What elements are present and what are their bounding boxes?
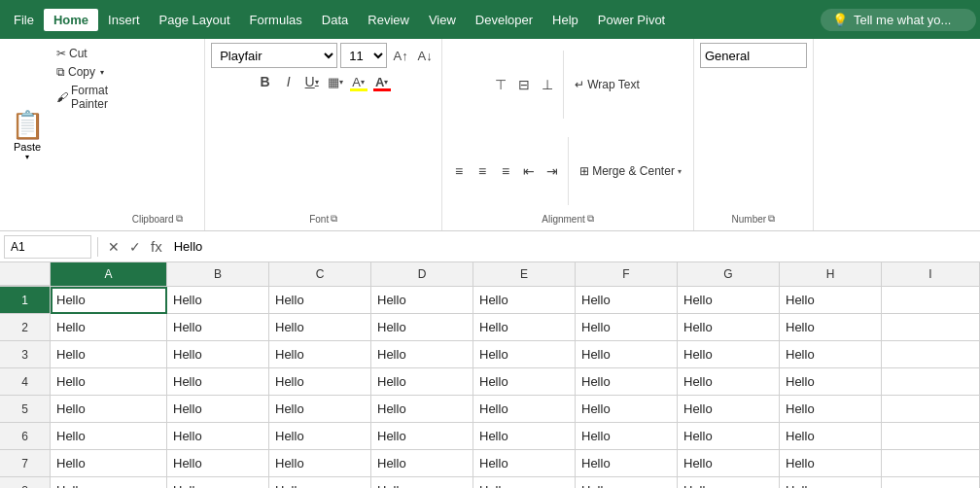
cell-c1[interactable]: Hello xyxy=(269,287,371,314)
cell-f5[interactable]: Hello xyxy=(576,396,678,423)
cell-a6[interactable]: Hello xyxy=(51,423,167,450)
col-header-e[interactable]: E xyxy=(473,262,576,286)
cell-h4[interactable]: Hello xyxy=(780,368,882,396)
cell-c8[interactable]: Hello xyxy=(269,477,371,488)
middle-align-button[interactable]: ⊟ xyxy=(513,74,535,95)
cut-button[interactable]: ✂ Cut xyxy=(52,45,112,62)
insert-function-button[interactable]: fx xyxy=(147,238,166,255)
cell-e2[interactable]: Hello xyxy=(473,314,576,341)
cell-d8[interactable]: Hello xyxy=(371,477,473,488)
bottom-align-button[interactable]: ⊥ xyxy=(537,74,558,95)
cell-i2[interactable] xyxy=(882,314,980,341)
menu-power-pivot[interactable]: Power Pivot xyxy=(588,9,675,31)
decrease-indent-button[interactable]: ⇤ xyxy=(518,160,540,182)
paste-button[interactable]: 📋 Paste ▾ xyxy=(2,43,52,227)
cell-d2[interactable]: Hello xyxy=(371,314,473,341)
cell-c6[interactable]: Hello xyxy=(269,423,371,450)
row-num-5[interactable]: 5 xyxy=(0,396,50,423)
cell-h1[interactable]: Hello xyxy=(780,287,882,314)
cell-g5[interactable]: Hello xyxy=(678,396,780,423)
cell-b6[interactable]: Hello xyxy=(167,423,269,450)
cell-b7[interactable]: Hello xyxy=(167,450,269,477)
cell-d6[interactable]: Hello xyxy=(371,423,473,450)
number-format-input[interactable] xyxy=(700,43,807,68)
number-footer[interactable]: Number ⧉ xyxy=(700,213,807,227)
cell-f8[interactable]: Hello xyxy=(576,477,678,488)
cell-c3[interactable]: Hello xyxy=(269,341,371,368)
cell-d3[interactable]: Hello xyxy=(371,341,473,368)
cell-reference-box[interactable]: A1 xyxy=(4,235,91,259)
col-header-a[interactable]: A xyxy=(51,262,167,286)
cell-a1[interactable]: Hello xyxy=(51,287,167,314)
row-num-6[interactable]: 6 xyxy=(0,423,50,450)
col-header-g[interactable]: G xyxy=(678,262,780,286)
cell-g6[interactable]: Hello xyxy=(678,423,780,450)
bold-button[interactable]: B xyxy=(255,71,276,92)
menu-page-layout[interactable]: Page Layout xyxy=(150,9,240,31)
cell-d1[interactable]: Hello xyxy=(371,287,473,314)
fill-color-button[interactable]: A ▾ xyxy=(348,71,369,92)
cell-a2[interactable]: Hello xyxy=(51,314,167,341)
cell-c5[interactable]: Hello xyxy=(269,396,371,423)
cell-i1[interactable] xyxy=(882,287,980,314)
col-header-b[interactable]: B xyxy=(167,262,269,286)
cell-a4[interactable]: Hello xyxy=(51,368,167,396)
cell-d4[interactable]: Hello xyxy=(371,368,473,396)
font-family-select[interactable]: Playfair xyxy=(211,43,337,68)
cell-f1[interactable]: Hello xyxy=(576,287,678,314)
border-button[interactable]: ▦ ▾ xyxy=(325,71,346,92)
cell-i5[interactable] xyxy=(882,396,980,423)
cell-g1[interactable]: Hello xyxy=(678,287,780,314)
center-align-button[interactable]: ≡ xyxy=(472,160,493,182)
cell-f7[interactable]: Hello xyxy=(576,450,678,477)
row-num-4[interactable]: 4 xyxy=(0,368,50,396)
cell-i4[interactable] xyxy=(882,368,980,396)
cell-a3[interactable]: Hello xyxy=(51,341,167,368)
menu-help[interactable]: Help xyxy=(542,9,588,31)
cell-b2[interactable]: Hello xyxy=(167,314,269,341)
cell-h3[interactable]: Hello xyxy=(780,341,882,368)
top-align-button[interactable]: ⊤ xyxy=(490,74,511,95)
menu-file[interactable]: File xyxy=(4,9,44,31)
cell-a7[interactable]: Hello xyxy=(51,450,167,477)
cell-i3[interactable] xyxy=(882,341,980,368)
decrease-font-button[interactable]: A↓ xyxy=(414,45,436,66)
col-header-i[interactable]: I xyxy=(882,262,980,286)
menu-home[interactable]: Home xyxy=(44,9,98,31)
cell-h6[interactable]: Hello xyxy=(780,423,882,450)
cell-e8[interactable]: Hello xyxy=(473,477,576,488)
wrap-text-button[interactable]: ↵ Wrap Text xyxy=(569,74,646,95)
merge-center-button[interactable]: ⊞ Merge & Center ▾ xyxy=(574,160,687,182)
cell-b5[interactable]: Hello xyxy=(167,396,269,423)
row-num-3[interactable]: 3 xyxy=(0,341,50,368)
cell-b4[interactable]: Hello xyxy=(167,368,269,396)
cell-g8[interactable]: Hello xyxy=(678,477,780,488)
row-num-8[interactable]: 8 xyxy=(0,477,50,488)
clipboard-footer[interactable]: Clipboard ⧉ xyxy=(112,213,202,227)
cell-a5[interactable]: Hello xyxy=(51,396,167,423)
corner-cell[interactable] xyxy=(0,262,51,286)
left-align-button[interactable]: ≡ xyxy=(448,160,470,182)
cell-e6[interactable]: Hello xyxy=(473,423,576,450)
cell-c2[interactable]: Hello xyxy=(269,314,371,341)
row-num-7[interactable]: 7 xyxy=(0,450,50,477)
cell-i6[interactable] xyxy=(882,423,980,450)
cell-g2[interactable]: Hello xyxy=(678,314,780,341)
cell-e4[interactable]: Hello xyxy=(473,368,576,396)
cancel-formula-button[interactable]: ✕ xyxy=(104,237,123,257)
col-header-f[interactable]: F xyxy=(576,262,678,286)
col-header-d[interactable]: D xyxy=(371,262,473,286)
cell-b1[interactable]: Hello xyxy=(167,287,269,314)
cell-h2[interactable]: Hello xyxy=(780,314,882,341)
menu-developer[interactable]: Developer xyxy=(466,9,542,31)
font-footer[interactable]: Font ⧉ xyxy=(211,213,436,227)
italic-button[interactable]: I xyxy=(278,71,299,92)
right-align-button[interactable]: ≡ xyxy=(495,160,516,182)
cell-a8[interactable]: Hello xyxy=(51,477,167,488)
tell-me-box[interactable]: 💡 Tell me what yo... xyxy=(821,9,976,31)
formula-input[interactable] xyxy=(170,237,976,256)
font-size-select[interactable]: 11 xyxy=(340,43,387,68)
format-painter-button[interactable]: 🖌 Format Painter xyxy=(52,82,112,113)
copy-button[interactable]: ⧉ Copy ▾ xyxy=(52,63,112,81)
col-header-c[interactable]: C xyxy=(269,262,371,286)
